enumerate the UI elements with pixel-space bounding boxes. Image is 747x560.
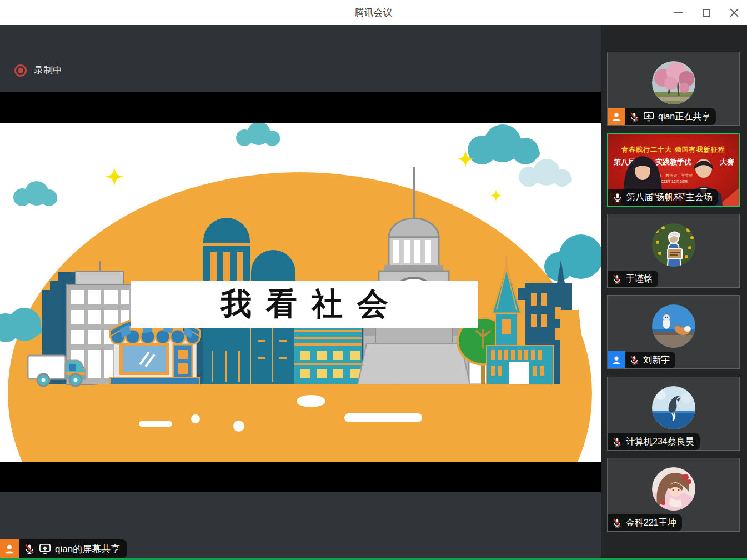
nameplate: 于谨铭 xyxy=(608,271,658,287)
close-button[interactable] xyxy=(727,6,741,20)
mic-off-icon xyxy=(24,543,35,554)
member-badge xyxy=(608,351,625,368)
mic-off-icon xyxy=(629,112,639,122)
nameplate: 计算机234蔡良昊 xyxy=(608,433,700,450)
nameplate: 金科221王坤 xyxy=(608,514,682,531)
screen-share-label: qian的屏幕共享 xyxy=(0,539,127,558)
recording-indicator: 录制中 xyxy=(14,64,62,77)
cloud-top-right xyxy=(468,124,540,164)
participant-tile-liuxinyu[interactable]: 刘新宇 xyxy=(607,295,740,369)
presentation-slide: 我看社会 xyxy=(0,123,601,462)
nameplate: 刘新宇 xyxy=(608,351,675,368)
mic-off-icon xyxy=(629,355,639,365)
letterbox-band-top xyxy=(0,25,601,92)
participant-tile-cailianghao[interactable]: 计算机234蔡良昊 xyxy=(607,377,740,451)
titlebar: 腾讯会议 xyxy=(0,0,747,26)
participant-name: 于谨铭 xyxy=(626,273,653,285)
mic-off-icon xyxy=(612,437,622,447)
shared-screen-area: 我看社会 录制中 qian的屏幕共享 xyxy=(0,25,601,560)
sunflower-field-photo xyxy=(652,223,695,267)
person-icon xyxy=(611,111,622,122)
cloud-top-middle xyxy=(236,123,280,146)
tencent-meeting-window: 腾讯会议 xyxy=(0,0,747,560)
mic-off-icon xyxy=(612,274,622,284)
screen-share-icon xyxy=(643,112,654,122)
record-dot-icon xyxy=(14,64,27,77)
dolphin-ocean-photo xyxy=(652,386,695,429)
member-badge xyxy=(608,108,625,125)
mic-off-icon xyxy=(612,518,622,528)
avatar xyxy=(652,223,695,267)
participant-tile-yujinming[interactable]: 于谨铭 xyxy=(607,214,740,288)
participant-name: 金科221王坤 xyxy=(626,517,676,529)
person-icon xyxy=(611,354,622,366)
participant-name: 第八届“扬帆杯”主会场 xyxy=(626,192,713,203)
participant-name: qian正在共享 xyxy=(658,111,710,123)
cloud-right-edge xyxy=(544,234,601,281)
maximize-button[interactable] xyxy=(699,6,714,20)
mic-icon xyxy=(613,192,623,202)
participant-name: 刘新宇 xyxy=(643,354,670,366)
avatar xyxy=(652,467,695,511)
participant-tile-wangkun[interactable]: 金科221王坤 xyxy=(607,458,740,532)
screen-share-icon xyxy=(39,543,51,554)
person-icon xyxy=(3,543,16,555)
slide-title: 我看社会 xyxy=(131,281,478,328)
letterbox-black-bottom xyxy=(0,462,601,492)
avatar xyxy=(652,61,695,104)
letterbox-black-top xyxy=(0,92,601,123)
avatar xyxy=(652,386,695,429)
participants-sidebar: qian正在共享 青春践行二十大 强国有我新征程 第八届“ 实践教学优 大赛 学… xyxy=(601,25,747,560)
cloud-left xyxy=(13,181,57,206)
window-title: 腾讯会议 xyxy=(0,0,747,25)
maximize-icon xyxy=(700,6,713,19)
member-badge xyxy=(0,539,19,558)
cats-seaside-photo xyxy=(652,304,695,348)
participant-tile-main-venue[interactable]: 青春践行二十大 强国有我新征程 第八届“ 实践教学优 大赛 学院、教务处、学生处… xyxy=(607,133,740,207)
participant-tile-qian[interactable]: qian正在共享 xyxy=(607,52,740,126)
nameplate: 第八届“扬帆杯”主会场 xyxy=(608,189,718,206)
minimize-icon xyxy=(672,6,685,19)
minimize-button[interactable] xyxy=(671,6,686,20)
nameplate: qian正在共享 xyxy=(608,108,716,125)
avatar xyxy=(652,304,695,348)
share-label-text: qian的屏幕共享 xyxy=(55,543,120,556)
cherry-blossoms-photo xyxy=(652,61,695,104)
participant-name: 计算机234蔡良昊 xyxy=(626,436,694,448)
anime-girl-art xyxy=(652,467,695,511)
close-icon xyxy=(728,6,741,19)
recording-label: 录制中 xyxy=(34,64,62,77)
